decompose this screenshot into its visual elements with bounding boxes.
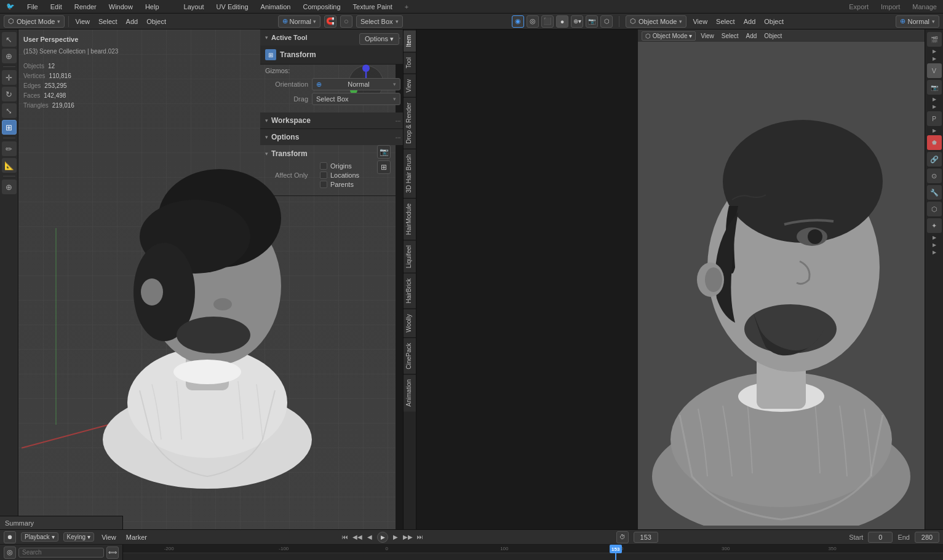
tool-rotate[interactable]: ↻ [2, 87, 17, 101]
next-frame-btn[interactable]: ▶▶ [403, 532, 413, 542]
timeline-search-mode-icon[interactable]: ⟺ [106, 546, 119, 559]
drag-dropdown[interactable]: Select Box ▾ [356, 15, 403, 28]
options-button[interactable]: Options ▾ [359, 33, 399, 45]
side-tab-hairbrick[interactable]: HairBrick [404, 273, 416, 309]
tool-measure[interactable]: 📐 [2, 158, 17, 173]
far-right-expand-3[interactable]: ▶ [933, 97, 936, 102]
side-tab-tool[interactable]: Tool [404, 52, 416, 73]
viewport-shading-4[interactable]: ● [556, 15, 568, 28]
far-right-chain[interactable]: 🔗 [927, 152, 942, 167]
toolbar2-add[interactable]: Add [741, 17, 758, 26]
skip-start-btn[interactable]: ⏮ [340, 532, 350, 542]
next-keyframe-btn[interactable]: ▶ [391, 532, 400, 542]
toolbar2-select[interactable]: Select [714, 17, 738, 26]
tab-uv-editing[interactable]: UV Editing [214, 2, 251, 12]
far-right-expand-7[interactable]: ▶ [933, 242, 936, 248]
xray-btn[interactable]: ⬡ [600, 15, 613, 28]
side-tab-liquifeel[interactable]: Liquifeel [404, 240, 416, 273]
menu-edit[interactable]: Edit [48, 2, 65, 12]
timeline-marker[interactable]: Marker [124, 532, 149, 542]
options-menu[interactable]: ··· [395, 132, 400, 142]
right-vp-mode[interactable]: ⬡ Object Mode ▾ [642, 31, 696, 41]
side-tab-woolly[interactable]: Woolly [404, 309, 416, 337]
timeline-mode-icon[interactable]: ◎ [4, 546, 16, 559]
right-vp-select[interactable]: Select [719, 31, 741, 41]
far-right-expand-8[interactable]: ▶ [933, 250, 936, 255]
far-right-expand-2[interactable]: ▶ [933, 56, 936, 61]
tab-animation[interactable]: Animation [258, 2, 293, 12]
far-right-expand-4[interactable]: ▶ [933, 104, 936, 109]
menu-window[interactable]: Window [106, 2, 135, 12]
menu-manage[interactable]: Manage [910, 2, 939, 12]
right-vp-object[interactable]: Object [762, 31, 784, 41]
locations-checkbox[interactable] [320, 172, 327, 179]
orientation-field-input[interactable]: ⊕ Normal ▾ [312, 78, 400, 90]
snap-magnet-btn[interactable]: 🧲 [324, 15, 336, 28]
far-right-camera[interactable]: 📷 [927, 80, 942, 95]
toolbar-select[interactable]: Select [96, 17, 120, 26]
skip-end-btn[interactable]: ⏭ [415, 532, 425, 542]
keying-dropdown[interactable]: Keying ▾ [63, 532, 95, 542]
tool-scale[interactable]: ⤡ [2, 103, 17, 118]
object-mode-dropdown[interactable]: ⬡ Object Mode ▾ [4, 15, 65, 28]
options-header[interactable]: ▾ Options ··· [260, 129, 405, 145]
timeline-search-input[interactable] [18, 548, 104, 558]
tool-transform[interactable]: ⊞ [2, 120, 17, 135]
toolbar-view[interactable]: View [73, 17, 92, 26]
timeline-view[interactable]: View [99, 532, 119, 542]
side-tab-cinepack[interactable]: CinePack [404, 337, 416, 374]
toolbar2-view[interactable]: View [690, 17, 710, 26]
menu-file[interactable]: File [25, 2, 41, 12]
viewport-shading-2[interactable]: ◎ [527, 15, 539, 28]
timeline-track[interactable]: -200 -100 0 100 200 300 350 153 [123, 545, 943, 560]
far-right-particles[interactable]: ✦ [927, 218, 942, 233]
menu-render[interactable]: Render [72, 2, 99, 12]
menu-import[interactable]: Import [878, 2, 902, 12]
origins-checkbox[interactable] [320, 162, 327, 170]
far-right-expand-6[interactable]: ▶ [933, 235, 936, 240]
playback-mode-icon[interactable]: ⏺ [4, 531, 16, 543]
orientation-dropdown[interactable]: ⊕ Normal ▾ [278, 15, 320, 28]
toolbar2-object[interactable]: Object [762, 17, 786, 26]
current-frame-input[interactable] [634, 532, 658, 543]
tool-annotate[interactable]: ✏ [2, 141, 17, 156]
orientation-dropdown-2[interactable]: ⊕ Normal ▾ [896, 15, 939, 28]
menu-blender[interactable]: 🐦 [4, 1, 17, 12]
far-right-color[interactable]: ⬟ [927, 135, 942, 150]
side-tab-view[interactable]: View [404, 74, 416, 98]
far-right-wrench[interactable]: 🔧 [927, 185, 942, 200]
far-right-expand-5[interactable]: ▶ [933, 128, 936, 133]
play-btn[interactable]: ▶ [377, 532, 388, 543]
prev-keyframe-btn[interactable]: ◀ [365, 532, 375, 542]
drag-field-input[interactable]: Select Box ▾ [312, 93, 400, 105]
tab-add[interactable]: + [402, 2, 411, 12]
frame-sync-icon[interactable]: ⏱ [616, 531, 629, 543]
side-tab-drop-render[interactable]: Drop & Render [404, 97, 416, 149]
far-right-cube[interactable]: ⬡ [927, 202, 942, 216]
end-frame-input[interactable] [915, 532, 939, 543]
tool-cursor[interactable]: ⊕ [2, 49, 17, 63]
tab-layout[interactable]: Layout [181, 2, 207, 12]
prev-frame-btn[interactable]: ◀◀ [352, 532, 362, 542]
right-vp-view[interactable]: View [698, 31, 717, 41]
menu-help[interactable]: Help [143, 2, 162, 12]
right-vp-add[interactable]: Add [744, 31, 760, 41]
transform-sub-header[interactable]: ▾ Transform [265, 148, 400, 160]
tool-move[interactable]: ✛ [2, 70, 17, 85]
far-right-scene[interactable]: 🎬 [927, 32, 942, 47]
start-frame-input[interactable] [868, 532, 893, 543]
toolbar-object[interactable]: Object [144, 17, 169, 26]
tool-select[interactable]: ↖ [2, 32, 17, 47]
parents-checkbox[interactable] [320, 181, 327, 188]
tool-add-obj[interactable]: ⊕ [2, 179, 17, 194]
workspace-header[interactable]: ▾ Workspace ··· [260, 112, 405, 128]
toolbar-add[interactable]: Add [124, 17, 141, 26]
tab-compositing[interactable]: Compositing [300, 2, 343, 12]
proportional-edit-btn[interactable]: ○ [340, 15, 352, 28]
playback-dropdown[interactable]: Playback ▾ [21, 532, 58, 542]
side-tab-hair-brush[interactable]: 3D Hair Brush [404, 149, 416, 198]
menu-export[interactable]: Export [846, 2, 871, 12]
workspace-menu[interactable]: ··· [395, 116, 400, 125]
viewport-shading-1[interactable]: ◉ [512, 15, 524, 28]
render-mode-btn[interactable]: 📷 [586, 15, 598, 28]
